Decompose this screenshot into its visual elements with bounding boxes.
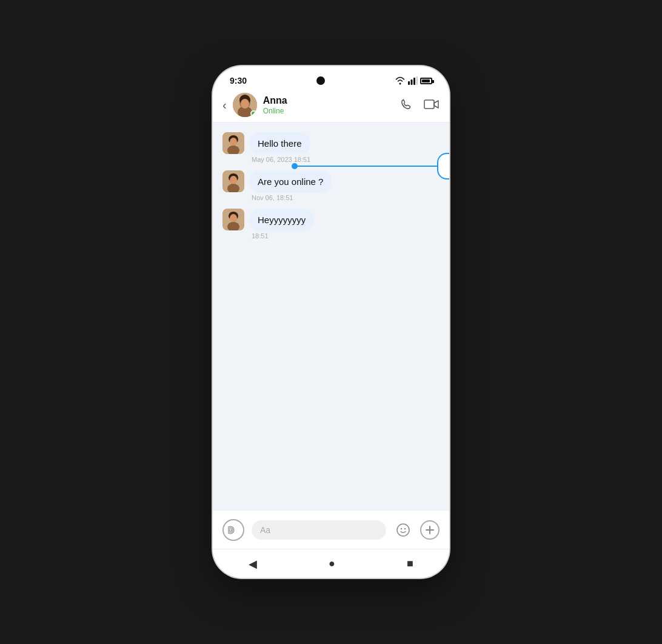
svg-rect-1 xyxy=(411,79,413,85)
chat-area: Hello there May 06, 2023 18:51 xyxy=(213,122,449,510)
contact-avatar xyxy=(233,93,257,117)
header-actions xyxy=(400,98,440,112)
header-info: Anna Online xyxy=(263,95,393,115)
callout-box: 英文日期格式 xyxy=(437,153,449,179)
nav-home-button[interactable]: ● xyxy=(329,557,335,570)
add-button[interactable] xyxy=(420,520,440,540)
input-placeholder: Aa xyxy=(260,525,270,535)
svg-point-27 xyxy=(229,529,232,531)
sender-avatar-2 xyxy=(222,170,244,192)
svg-point-20 xyxy=(230,176,237,184)
svg-point-32 xyxy=(404,528,406,529)
svg-rect-0 xyxy=(408,81,410,85)
emoji-icon xyxy=(396,523,410,537)
svg-point-30 xyxy=(397,524,409,536)
call-button[interactable] xyxy=(400,98,413,112)
message-time-2: Nov 06, 18:51 xyxy=(249,194,332,201)
svg-point-28 xyxy=(228,528,233,532)
contact-status: Online xyxy=(263,107,393,115)
svg-rect-2 xyxy=(413,78,415,85)
svg-point-31 xyxy=(401,528,402,529)
contact-name: Anna xyxy=(263,95,393,106)
message-bubble-3: Heyyyyyyyy xyxy=(249,209,314,231)
avatar-svg-3 xyxy=(222,209,244,230)
status-icons xyxy=(395,76,432,85)
svg-point-15 xyxy=(230,138,237,146)
wifi-icon xyxy=(395,76,406,85)
message-text-1: Hello there xyxy=(258,138,302,149)
svg-rect-11 xyxy=(424,100,434,109)
battery-icon xyxy=(420,78,432,84)
message-content-3: Heyyyyyyyy 18:51 xyxy=(249,209,314,240)
audio-button[interactable] xyxy=(222,519,244,541)
callout-line xyxy=(298,166,437,167)
message-row: Heyyyyyyyy 18:51 xyxy=(222,209,440,240)
add-icon xyxy=(424,525,435,535)
sender-avatar-3 xyxy=(222,209,244,230)
messages-list: Hello there May 06, 2023 18:51 xyxy=(213,122,449,508)
message-input[interactable]: Aa xyxy=(252,520,386,540)
chat-header: ‹ Anna Online xyxy=(213,88,449,122)
avatar-svg-2 xyxy=(222,170,244,192)
audio-icon xyxy=(228,525,239,535)
nav-bar: ◀ ● ■ xyxy=(213,549,449,578)
camera-cutout xyxy=(316,76,325,85)
message-time-3: 18:51 xyxy=(249,232,314,240)
svg-point-10 xyxy=(241,99,249,109)
signal-icon xyxy=(408,76,418,85)
emoji-button[interactable] xyxy=(393,520,413,540)
sender-avatar-1 xyxy=(222,132,244,154)
input-bar: Aa xyxy=(213,510,449,549)
online-indicator xyxy=(250,110,256,116)
callout-dot xyxy=(292,163,298,169)
nav-back-button[interactable]: ◀ xyxy=(249,557,257,571)
nav-recent-button[interactable]: ■ xyxy=(407,557,413,570)
back-button[interactable]: ‹ xyxy=(222,98,227,112)
video-button[interactable] xyxy=(424,98,440,110)
status-bar: 9:30 xyxy=(213,66,449,88)
avatar-svg-1 xyxy=(222,132,244,154)
callout-annotation: 英文日期格式 xyxy=(292,153,449,179)
message-bubble-1: Hello there xyxy=(249,132,310,155)
svg-point-25 xyxy=(230,214,237,223)
svg-rect-3 xyxy=(416,76,418,85)
status-time: 9:30 xyxy=(230,76,247,86)
message-text-3: Heyyyyyyyy xyxy=(258,215,306,225)
phone-frame: 9:30 xyxy=(213,66,449,578)
